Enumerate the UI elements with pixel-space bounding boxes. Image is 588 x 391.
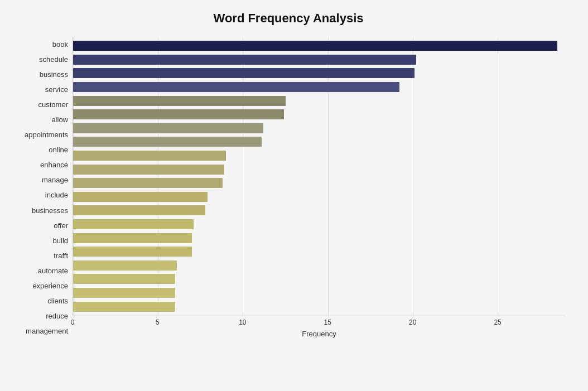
y-label: trafft (54, 252, 68, 259)
bar-row (73, 245, 566, 258)
x-axis: 0510152025 Frequency (73, 316, 566, 339)
y-label: customer (38, 101, 68, 108)
bar (73, 260, 177, 271)
bar-row (73, 163, 566, 176)
y-label: enhance (40, 161, 68, 168)
bar (73, 192, 208, 202)
bar (73, 151, 226, 161)
bar (73, 178, 223, 188)
bar-row (73, 286, 566, 300)
x-tick-label: 15 (324, 318, 331, 326)
chart-container: Word Frequency Analysis bookschedulebusi… (0, 0, 588, 391)
x-tick-label: 0 (71, 318, 75, 326)
x-tick-label: 10 (239, 318, 246, 326)
bar (73, 41, 557, 51)
bar-row (73, 259, 566, 272)
bar (73, 274, 175, 284)
bar (73, 219, 194, 229)
bar (73, 233, 192, 243)
bar-row (73, 80, 566, 94)
bar-row (73, 272, 566, 286)
bar-row (73, 176, 566, 190)
y-axis: bookschedulebusinessservicecustomerallow… (11, 37, 73, 339)
bar-row (73, 66, 566, 80)
y-label: online (49, 146, 68, 153)
bar (73, 123, 263, 133)
bar-row (73, 149, 566, 162)
bar-row (73, 122, 566, 135)
bar (73, 137, 262, 147)
y-label: schedule (39, 56, 68, 63)
y-label: clients (47, 297, 68, 305)
bar (73, 165, 224, 175)
y-label: manage (42, 176, 68, 184)
bar (73, 82, 399, 92)
bar-row (73, 108, 566, 121)
y-label: reduce (46, 312, 68, 320)
y-label: allow (51, 116, 68, 123)
x-axis-label: Frequency (73, 330, 566, 338)
bar (73, 247, 192, 257)
bar (73, 96, 286, 106)
bar-row (73, 218, 566, 231)
bar-row (73, 39, 566, 52)
bars-and-x: 0510152025 Frequency (73, 37, 566, 339)
y-label: book (52, 41, 68, 48)
y-label: offer (54, 222, 68, 229)
y-label: automate (38, 267, 68, 274)
y-label: include (45, 191, 68, 199)
y-label: business (40, 71, 68, 78)
bars-area (73, 37, 566, 316)
bar (73, 109, 284, 119)
bar-row (73, 231, 566, 245)
chart-area: bookschedulebusinessservicecustomerallow… (11, 37, 566, 339)
bar-row (73, 300, 566, 313)
bars-wrapper (73, 37, 566, 316)
bar-row (73, 190, 566, 204)
x-tick-label: 25 (494, 318, 501, 326)
y-label: service (45, 86, 68, 93)
bar (73, 288, 175, 298)
y-label: build (53, 237, 68, 244)
y-label: experience (32, 282, 68, 289)
bar-row (73, 53, 566, 66)
bar (73, 68, 415, 78)
y-label: appointments (25, 131, 68, 138)
y-label: businesses (32, 207, 68, 214)
chart-title: Word Frequency Analysis (11, 11, 566, 26)
bar (73, 302, 175, 312)
x-tick-label: 5 (156, 318, 160, 326)
bar-row (73, 204, 566, 217)
bar (73, 205, 205, 215)
bar-row (73, 94, 566, 108)
y-label: management (26, 327, 68, 335)
x-tick-label: 20 (409, 318, 416, 326)
x-ticks: 0510152025 (73, 316, 566, 327)
bar (73, 55, 416, 65)
bar-row (73, 135, 566, 148)
